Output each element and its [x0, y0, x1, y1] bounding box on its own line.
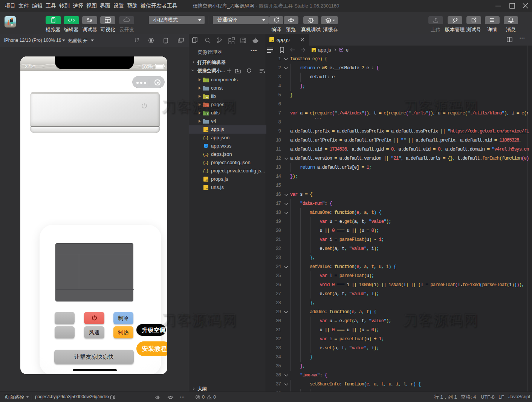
svg-text:JS: JS — [313, 50, 316, 52]
svg-text:JS: JS — [205, 179, 208, 181]
svg-text:{..}: {..} — [203, 169, 208, 173]
svg-text:{..}: {..} — [203, 152, 208, 157]
svg-text:{..}: {..} — [203, 136, 208, 140]
svg-text:JS: JS — [271, 40, 274, 42]
svg-text:JS: JS — [205, 187, 208, 190]
svg-text:{..}: {..} — [203, 160, 208, 165]
svg-text:JS: JS — [205, 129, 208, 132]
